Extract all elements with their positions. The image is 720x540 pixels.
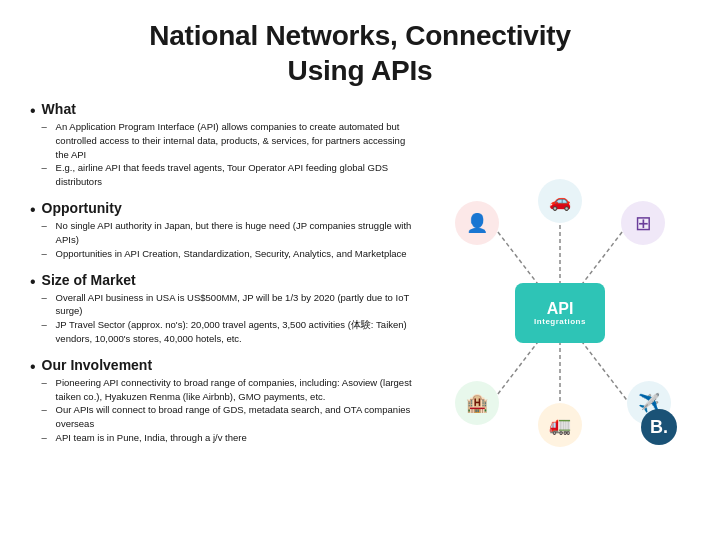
page-title: National Networks, Connectivity Using AP…	[30, 18, 690, 88]
items-size-of-market: Overall API business in USA is US$500MM,…	[42, 291, 418, 346]
content-area: • What An Application Program Interface …	[30, 100, 690, 526]
what-item-1: An Application Program Interface (API) a…	[42, 120, 418, 161]
b-badge: B.	[641, 409, 677, 445]
title-line1: National Networks, Connectivity	[149, 20, 571, 51]
involvement-item-1: Pioneering API connectivity to broad ran…	[42, 376, 418, 404]
bullet-size-of-market: •	[30, 272, 36, 293]
section-what-content: What An Application Program Interface (A…	[42, 100, 418, 189]
b-badge-label: B.	[650, 417, 668, 438]
what-item-2: E.g., airline API that feeds travel agen…	[42, 161, 418, 189]
hotel-icon: 🏨	[455, 381, 499, 425]
car-icon: 🚗	[538, 179, 582, 223]
heading-our-involvement: Our Involvement	[42, 356, 418, 374]
section-opportunity: • Opportunity No single API authority in…	[30, 199, 418, 260]
title-line2: Using APIs	[288, 55, 433, 86]
section-what: • What An Application Program Interface …	[30, 100, 418, 189]
heading-opportunity: Opportunity	[42, 199, 418, 217]
text-column: • What An Application Program Interface …	[30, 100, 418, 526]
bullet-opportunity: •	[30, 200, 36, 221]
items-what: An Application Program Interface (API) a…	[42, 120, 418, 189]
api-label: API	[547, 300, 574, 318]
heading-what: What	[42, 100, 418, 118]
items-our-involvement: Pioneering API connectivity to broad ran…	[42, 376, 418, 445]
integrations-label: Integrations	[534, 317, 586, 326]
api-center-box: API Integrations	[515, 283, 605, 343]
section-opportunity-content: Opportunity No single API authority in J…	[42, 199, 418, 260]
bullet-our-involvement: •	[30, 357, 36, 378]
bullet-what: •	[30, 101, 36, 122]
grid-icon: ⊞	[621, 201, 665, 245]
items-opportunity: No single API authority in Japan, but th…	[42, 219, 418, 260]
api-illustration: API Integrations 🚗 ⊞ ✈️ 🚛 🏨 👤 B.	[435, 173, 685, 453]
involvement-item-3: API team is in Pune, India, through a j/…	[42, 431, 418, 445]
truck-icon: 🚛	[538, 403, 582, 447]
section-our-involvement: • Our Involvement Pioneering API connect…	[30, 356, 418, 445]
size-item-2: JP Travel Sector (approx. no's): 20,000 …	[42, 318, 418, 346]
size-item-1: Overall API business in USA is US$500MM,…	[42, 291, 418, 319]
people-icon: 👤	[455, 201, 499, 245]
opportunity-item-2: Opportunities in API Creation, Standardi…	[42, 247, 418, 261]
section-size-of-market: • Size of Market Overall API business in…	[30, 271, 418, 346]
section-size-content: Size of Market Overall API business in U…	[42, 271, 418, 346]
section-involvement-content: Our Involvement Pioneering API connectiv…	[42, 356, 418, 445]
opportunity-item-1: No single API authority in Japan, but th…	[42, 219, 418, 247]
heading-size-of-market: Size of Market	[42, 271, 418, 289]
involvement-item-2: Our APIs will connect to broad range of …	[42, 403, 418, 431]
page: National Networks, Connectivity Using AP…	[0, 0, 720, 540]
image-column: API Integrations 🚗 ⊞ ✈️ 🚛 🏨 👤 B.	[430, 100, 690, 526]
